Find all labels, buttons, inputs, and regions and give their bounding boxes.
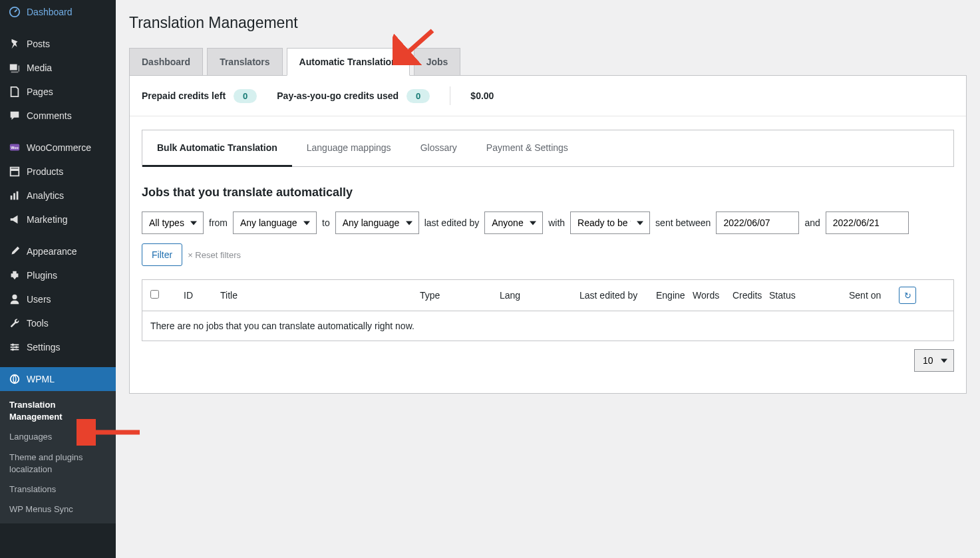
svg-point-10 [12,344,15,347]
analytics-icon [8,189,21,202]
tab-jobs[interactable]: Jobs [414,48,461,75]
filter-dst-lang[interactable]: Any language [335,211,419,234]
wpml-submenu: Translation Management Languages Theme a… [0,391,116,523]
filter-src-lang[interactable]: Any language [233,211,317,234]
prepaid-value: 0 [234,89,257,103]
woocommerce-icon: Woo [8,141,21,154]
sidebar-item-posts[interactable]: Posts [0,32,116,56]
tab-automatic-translation[interactable]: Automatic Translation [287,48,410,76]
submenu-translations[interactable]: Translations [0,480,116,499]
subtab-language-mappings[interactable]: Language mappings [292,130,406,166]
col-title: Title [220,290,420,301]
sidebar-label: Media [27,63,52,73]
sidebar-item-appearance[interactable]: Appearance [0,239,116,263]
sidebar-label: Products [27,166,63,177]
filter-editor[interactable]: Anyone [484,211,543,234]
wpml-icon [8,372,21,386]
and-label: and [804,217,820,228]
payg-credits: Pay-as-you-go credits used 0 [277,89,430,103]
col-credits: Credits [733,290,769,301]
prepaid-label: Prepaid credits left [142,90,226,101]
filter-status[interactable]: Ready to be t [570,211,650,234]
sidebar-item-woocommerce[interactable]: Woo WooCommerce [0,136,116,160]
filter-date-to[interactable] [826,211,909,234]
sidebar-label: Posts [27,39,50,49]
last-edited-label: last edited by [424,217,480,228]
sidebar-label: Tools [27,318,49,329]
amount-value: $0.00 [470,90,494,101]
submenu-theme-plugins-localization[interactable]: Theme and plugins localization [0,448,116,480]
col-edited: Last edited by [579,290,656,301]
svg-text:Woo: Woo [11,146,19,150]
sidebar-label: Analytics [27,190,64,201]
payg-label: Pay-as-you-go credits used [277,90,399,101]
sidebar-item-media[interactable]: Media [0,56,116,80]
sidebar-label: Users [27,294,51,305]
col-lang: Lang [500,290,579,301]
with-label: with [548,217,565,228]
megaphone-icon [8,213,21,226]
tab-dashboard[interactable]: Dashboard [129,48,203,75]
sidebar-label: Marketing [27,214,67,225]
sidebar-label: Settings [27,342,61,352]
sub-tabs: Bulk Automatic Translation Language mapp… [142,130,954,167]
plugin-icon [8,269,21,282]
submenu-wp-menus-sync[interactable]: WP Menus Sync [0,499,116,519]
subtab-glossary[interactable]: Glossary [406,130,472,166]
sidebar-label: Comments [27,110,72,121]
sidebar-label: Pages [27,86,53,97]
user-icon [8,293,21,306]
per-page-select[interactable]: 10 [914,349,954,372]
sidebar-label: Plugins [27,270,57,281]
col-engine: Engine [656,290,693,301]
sidebar-item-comments[interactable]: Comments [0,104,116,128]
col-status: Status [769,290,849,301]
admin-sidebar: Dashboard Posts Media Pages Comments Woo… [0,0,116,558]
reset-filters-link[interactable]: × Reset filters [188,250,241,260]
sidebar-label: WooCommerce [27,142,91,153]
wrench-icon [8,317,21,330]
sidebar-item-pages[interactable]: Pages [0,80,116,104]
filter-button[interactable]: Filter [142,243,182,266]
sidebar-item-analytics[interactable]: Analytics [0,184,116,208]
sidebar-item-tools[interactable]: Tools [0,311,116,335]
primary-tabs: Dashboard Translators Automatic Translat… [129,48,967,75]
sidebar-label: Appearance [27,246,77,257]
to-label: to [322,217,330,228]
submenu-languages[interactable]: Languages [0,427,116,447]
subtab-payment-settings[interactable]: Payment & Settings [472,130,583,166]
filter-date-from[interactable] [716,211,799,234]
products-icon [8,165,21,178]
col-id: ID [184,290,220,301]
filters-row: All types from Any language to Any langu… [142,211,954,266]
svg-rect-3 [11,196,13,200]
divider [450,86,450,105]
sidebar-item-dashboard[interactable]: Dashboard [0,0,116,24]
sidebar-item-plugins[interactable]: Plugins [0,263,116,287]
settings-icon [8,341,21,354]
svg-rect-4 [13,193,15,200]
prepaid-credits: Prepaid credits left 0 [142,89,257,103]
credits-row: Prepaid credits left 0 Pay-as-you-go cre… [130,76,966,116]
select-all-checkbox[interactable] [150,290,159,299]
submenu-translation-management[interactable]: Translation Management [0,395,116,427]
sidebar-item-users[interactable]: Users [0,287,116,311]
sidebar-item-settings[interactable]: Settings [0,335,116,359]
filter-types[interactable]: All types [142,211,204,234]
sidebar-item-marketing[interactable]: Marketing [0,208,116,231]
empty-row: There are no jobs that you can translate… [142,311,953,341]
col-sent: Sent on [849,290,899,301]
sidebar-item-wpml[interactable]: WPML [0,367,116,391]
jobs-table: ID Title Type Lang Last edited by Engine… [142,279,954,341]
table-header: ID Title Type Lang Last edited by Engine… [142,280,953,311]
subtab-bulk-auto[interactable]: Bulk Automatic Translation [142,130,292,167]
pin-icon [8,37,21,51]
media-icon [8,61,21,74]
refresh-button[interactable]: ↻ [899,287,916,304]
sidebar-label: WPML [27,374,55,384]
tab-translators[interactable]: Translators [207,48,282,75]
section-title: Jobs that you translate automatically [142,186,954,200]
sidebar-item-products[interactable]: Products [0,160,116,184]
pagination: 10 [142,341,954,380]
inner-content: Bulk Automatic Translation Language mapp… [130,116,966,393]
